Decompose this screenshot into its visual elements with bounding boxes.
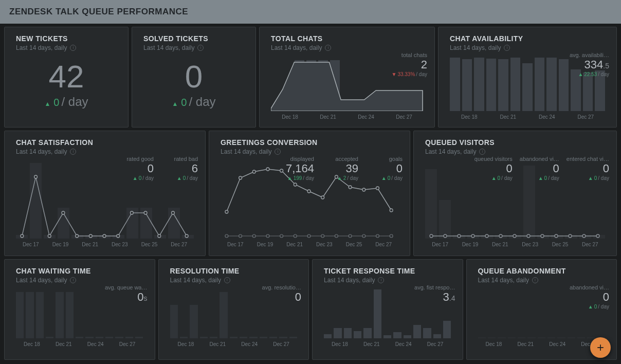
svg-point-41 <box>430 234 433 238</box>
svg-point-22 <box>349 186 352 189</box>
svg-point-7 <box>117 234 120 238</box>
svg-point-18 <box>294 183 297 186</box>
card-chat-availability[interactable]: CHAT AVAILABILITY Last 14 days, dailyi a… <box>438 27 617 128</box>
info-icon[interactable]: i <box>325 45 331 51</box>
info-icon[interactable]: i <box>275 149 281 155</box>
info-icon[interactable]: i <box>378 277 384 283</box>
svg-point-49 <box>541 234 544 238</box>
svg-point-1 <box>34 175 38 178</box>
svg-point-42 <box>444 234 447 238</box>
svg-point-48 <box>527 234 530 238</box>
card-subtitle: Last 14 days, daily i <box>143 44 244 51</box>
svg-point-43 <box>458 234 461 238</box>
svg-point-51 <box>569 234 572 238</box>
svg-point-38 <box>376 234 379 238</box>
dashboard-header: ZENDESK TALK QUEUE PERFORMANCE <box>0 0 621 24</box>
card-queued-visitors[interactable]: QUEUED VISITORS Last 14 days, dailyi que… <box>413 131 617 256</box>
info-icon[interactable]: i <box>479 149 485 155</box>
svg-point-34 <box>321 234 324 238</box>
info-icon[interactable]: i <box>224 277 230 283</box>
svg-point-50 <box>555 234 558 238</box>
svg-point-39 <box>390 234 393 238</box>
card-chat-satisfaction[interactable]: CHAT SATISFACTION Last 14 days, dailyi r… <box>4 131 206 256</box>
svg-point-31 <box>280 234 283 238</box>
card-new-tickets[interactable]: NEW TICKETS Last 14 days, daily i 42 ▲ 0… <box>4 27 129 128</box>
info-icon[interactable]: i <box>197 45 204 51</box>
card-greetings-conversion[interactable]: GREETINGS CONVERSION Last 14 days, daily… <box>209 131 410 256</box>
big-number: 0 <box>143 61 244 93</box>
svg-point-45 <box>485 234 488 238</box>
svg-point-13 <box>225 210 228 213</box>
svg-point-36 <box>349 234 352 238</box>
card-subtitle: Last 14 days, daily i <box>16 44 117 51</box>
card-total-chats[interactable]: TOTAL CHATS Last 14 days, dailyi total c… <box>259 27 435 128</box>
svg-point-52 <box>582 234 586 238</box>
info-icon[interactable]: i <box>504 45 510 51</box>
svg-point-8 <box>130 211 133 214</box>
svg-point-37 <box>362 234 366 238</box>
metric-value: 2 <box>390 58 427 71</box>
svg-point-15 <box>252 170 255 173</box>
svg-point-4 <box>76 234 79 238</box>
svg-point-0 <box>21 234 24 238</box>
svg-point-19 <box>307 190 310 193</box>
dashboard-title: ZENDESK TALK QUEUE PERFORMANCE <box>9 7 188 17</box>
svg-point-14 <box>239 176 242 179</box>
svg-point-47 <box>513 234 516 238</box>
card-resolution-time[interactable]: RESOLUTION TIME Last 14 days, dailyi avg… <box>158 259 309 360</box>
svg-point-32 <box>294 234 297 238</box>
svg-point-11 <box>172 211 175 214</box>
plus-icon: + <box>597 340 604 355</box>
add-button[interactable]: + <box>590 337 611 358</box>
svg-point-33 <box>307 234 310 238</box>
svg-point-2 <box>48 234 51 238</box>
svg-point-27 <box>225 234 228 238</box>
info-icon[interactable]: i <box>70 149 76 155</box>
svg-point-44 <box>471 234 474 238</box>
info-icon[interactable]: i <box>70 277 76 283</box>
info-icon[interactable]: i <box>532 277 538 283</box>
svg-point-5 <box>89 234 92 238</box>
card-ticket-response-time[interactable]: TICKET RESPONSE TIME Last 14 days, daily… <box>312 259 463 360</box>
svg-point-9 <box>144 211 147 214</box>
svg-point-53 <box>596 234 599 238</box>
svg-point-23 <box>362 188 366 191</box>
info-icon[interactable]: i <box>70 45 76 51</box>
svg-point-28 <box>239 234 242 238</box>
svg-point-20 <box>321 196 324 199</box>
svg-point-25 <box>390 209 393 212</box>
svg-point-16 <box>266 168 269 171</box>
card-title: SOLVED TICKETS <box>143 34 244 43</box>
svg-point-24 <box>376 187 379 190</box>
svg-point-10 <box>158 234 161 238</box>
card-title: NEW TICKETS <box>16 34 117 43</box>
card-chat-waiting-time[interactable]: CHAT WAITING TIME Last 14 days, dailyi a… <box>4 259 155 360</box>
card-title: TOTAL CHATS <box>271 34 423 43</box>
trend-up-icon: ▲ <box>578 71 583 77</box>
card-solved-tickets[interactable]: SOLVED TICKETS Last 14 days, daily i 0 ▲… <box>132 27 256 128</box>
trend-up-icon: ▲ <box>172 100 178 107</box>
trend-down-icon: ▼ <box>391 71 396 77</box>
svg-point-29 <box>252 234 255 238</box>
svg-point-46 <box>499 234 502 238</box>
svg-point-3 <box>62 211 65 214</box>
trend-up-icon: ▲ <box>44 100 50 107</box>
svg-point-6 <box>103 234 106 238</box>
svg-point-30 <box>266 234 269 238</box>
big-number: 42 <box>16 61 117 93</box>
svg-point-35 <box>335 234 338 238</box>
svg-point-12 <box>185 234 188 238</box>
